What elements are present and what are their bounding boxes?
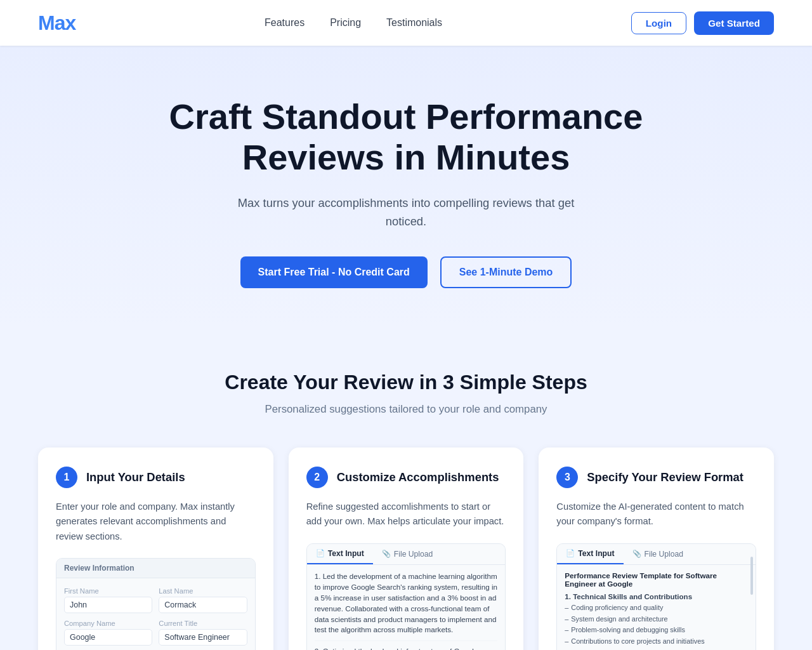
tab-text-input-3: 📄 Text Input — [557, 544, 623, 564]
step-card-2: 2 Customize Accomplishments Refine sugge… — [289, 448, 524, 650]
mock-1-header: Review Information — [56, 559, 255, 578]
upload-icon: 📎 — [382, 550, 391, 558]
get-started-button[interactable]: Get Started — [694, 11, 774, 35]
company-field: Company Name Google — [64, 620, 152, 646]
tab-file-upload-3: 📎 File Upload — [624, 544, 693, 564]
review-section-1-title: 1. Technical Skills and Contributions — [565, 593, 748, 600]
doc-icon-3: 📄 — [566, 549, 575, 557]
steps-grid: 1 Input Your Details Enter your role and… — [38, 448, 774, 650]
tab-file-upload-2: 📎 File Upload — [373, 544, 442, 564]
upload-icon-3: 📎 — [632, 550, 641, 558]
first-name-field: First Name John — [64, 587, 152, 613]
review-doc-title: Performance Review Template for Software… — [565, 571, 748, 588]
review-item-1-2: System design and architecture — [565, 614, 748, 625]
login-button[interactable]: Login — [631, 12, 686, 34]
mock-1-body: First Name John Last Name Cormack Compan… — [56, 578, 255, 650]
steps-subtitle: Personalized suggestions tailored to you… — [38, 403, 774, 416]
step-3-desc: Customize the AI-generated content to ma… — [556, 500, 756, 529]
step-card-1: 1 Input Your Details Enter your role and… — [38, 448, 273, 650]
hero-buttons: Start Free Trial - No Credit Card See 1-… — [38, 256, 774, 288]
scrollbar — [750, 557, 753, 595]
last-name-field: Last Name Cormack — [159, 587, 247, 613]
steps-title: Create Your Review in 3 Simple Steps — [38, 371, 774, 394]
step-2-title: Customize Accomplishments — [337, 470, 499, 484]
step-3-title: Specify Your Review Format — [587, 470, 743, 484]
accomplishment-item-1: 1. Led the development of a machine lear… — [315, 571, 498, 642]
mock-2-tabs: 📄 Text Input 📎 File Upload — [307, 544, 506, 565]
hero-section: Craft Standout Performance Reviews in Mi… — [0, 46, 812, 326]
hero-title: Craft Standout Performance Reviews in Mi… — [121, 96, 691, 178]
step-1-mockup: Review Information First Name John Last … — [56, 558, 256, 650]
hero-subtitle: Max turns your accomplishments into comp… — [235, 194, 577, 231]
nav-actions: Login Get Started — [631, 11, 774, 35]
tab-text-input-2: 📄 Text Input — [307, 544, 373, 564]
step-3-number: 3 — [556, 467, 578, 488]
review-content: Performance Review Template for Software… — [557, 565, 756, 650]
step-2-desc: Refine suggested accomlishments to start… — [306, 500, 506, 529]
start-trial-button[interactable]: Start Free Trial - No Credit Card — [240, 256, 428, 288]
step-1-header: 1 Input Your Details — [56, 467, 256, 488]
step-2-mockup: 📄 Text Input 📎 File Upload 1. Led the de… — [306, 543, 506, 650]
review-item-1-3: Problem-solving and debugging skills — [565, 625, 748, 635]
review-section-1: 1. Technical Skills and Contributions Co… — [565, 593, 748, 647]
accomplishment-list: 1. Led the development of a machine lear… — [307, 565, 506, 650]
step-1-desc: Enter your role and company. Max instant… — [56, 500, 256, 545]
navigation: Max Features Pricing Testimonials Login … — [0, 0, 812, 46]
step-2-number: 2 — [306, 467, 328, 488]
step-3-header: 3 Specify Your Review Format — [556, 467, 756, 488]
nav-features[interactable]: Features — [265, 17, 304, 29]
logo[interactable]: Max — [38, 11, 75, 35]
demo-button[interactable]: See 1-Minute Demo — [440, 256, 572, 288]
step-1-title: Input Your Details — [86, 470, 185, 484]
nav-pricing[interactable]: Pricing — [330, 17, 361, 29]
review-item-1-1: Coding proficiency and quality — [565, 603, 748, 613]
doc-icon: 📄 — [316, 549, 325, 557]
nav-testimonials[interactable]: Testimonials — [386, 17, 442, 29]
mock-3-tabs: 📄 Text Input 📎 File Upload — [557, 544, 756, 565]
title-field: Current Title Software Engineer — [159, 620, 247, 646]
step-1-number: 1 — [56, 467, 77, 488]
nav-links: Features Pricing Testimonials — [265, 17, 442, 29]
step-card-3: 3 Specify Your Review Format Customize t… — [539, 448, 774, 650]
accomplishment-item-2: 2. Optimized the backend infrastructure … — [315, 646, 498, 650]
step-3-mockup: 📄 Text Input 📎 File Upload Performance R… — [556, 543, 756, 650]
review-item-1-4: Contributions to core projects and initi… — [565, 637, 748, 647]
step-2-header: 2 Customize Accomplishments — [306, 467, 506, 488]
steps-section: Create Your Review in 3 Simple Steps Per… — [0, 326, 812, 650]
